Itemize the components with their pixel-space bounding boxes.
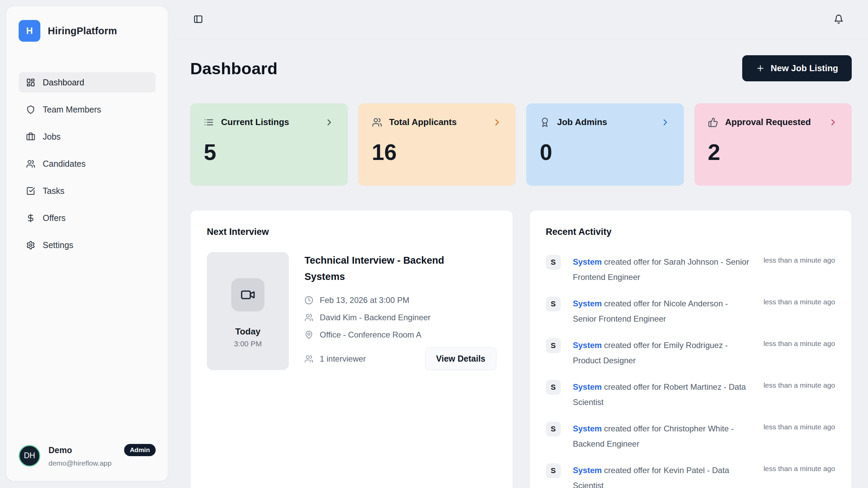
sidebar: H HiringPlatform Dashboard Team Members …	[6, 6, 168, 481]
avatar: DH	[19, 445, 40, 467]
activity-timestamp: less than a minute ago	[764, 379, 835, 410]
stat-card-total-applicants[interactable]: Total Applicants 16	[358, 103, 516, 186]
activity-actor-link[interactable]: System	[573, 466, 602, 475]
list-icon	[204, 117, 214, 127]
stat-label: Total Applicants	[389, 117, 485, 127]
sidebar-item-offers[interactable]: Offers	[19, 208, 156, 228]
shield-icon	[26, 105, 35, 114]
interview-date-tile: Today 3:00 PM	[207, 252, 289, 370]
stat-label: Current Listings	[221, 117, 317, 127]
topbar	[174, 0, 868, 38]
thumbs-up-icon	[708, 117, 718, 127]
sidebar-item-label: Team Members	[43, 105, 101, 115]
bell-icon	[834, 14, 844, 24]
square-check-icon	[26, 186, 35, 196]
sidebar-item-label: Dashboard	[43, 78, 84, 87]
recent-activity-title: Recent Activity	[546, 227, 835, 237]
sidebar-item-label: Candidates	[43, 159, 85, 169]
stat-value: 2	[708, 140, 839, 164]
activity-item: S System created offer for Nicole Anders…	[546, 296, 835, 326]
app-name: HiringPlatform	[48, 25, 117, 37]
activity-actor-link[interactable]: System	[573, 299, 602, 308]
activity-item: S System created offer for Christopher W…	[546, 421, 835, 451]
interview-datetime-row: Feb 13, 2026 at 3:00 PM	[304, 296, 496, 305]
interview-day-label: Today	[235, 326, 261, 337]
main-content: Dashboard New Job Listing Current Listin…	[174, 38, 868, 488]
role-badge: Admin	[124, 444, 156, 456]
activity-actor-link[interactable]: System	[573, 424, 602, 433]
avatar-initials: DH	[24, 451, 35, 460]
clock-icon	[304, 296, 313, 305]
view-details-button[interactable]: View Details	[425, 347, 496, 370]
map-pin-icon	[304, 330, 313, 339]
chevron-right-icon	[492, 117, 502, 127]
users-icon	[372, 117, 382, 127]
stat-cards: Current Listings 5 Total Applicants 16 J…	[190, 103, 852, 186]
activity-actor-link[interactable]: System	[573, 382, 602, 391]
sidebar-item-jobs[interactable]: Jobs	[19, 126, 156, 147]
video-camera-icon	[240, 287, 255, 302]
panel-left-icon	[193, 14, 203, 24]
brand[interactable]: H HiringPlatform	[19, 20, 156, 42]
activity-item: S System created offer for Robert Martin…	[546, 379, 835, 410]
sidebar-nav: Dashboard Team Members Jobs Candidates T…	[19, 72, 156, 262]
sidebar-item-dashboard[interactable]: Dashboard	[19, 72, 156, 93]
users-icon	[26, 159, 35, 168]
dollar-sign-icon	[26, 214, 35, 223]
interview-location-row: Office - Conference Room A	[304, 330, 496, 340]
stat-card-approval-requested[interactable]: Approval Requested 2	[694, 103, 852, 186]
sidebar-item-label: Settings	[43, 240, 73, 250]
plus-icon	[756, 64, 765, 73]
interview-time-label: 3:00 PM	[234, 340, 262, 348]
interview-candidate-row: David Kim - Backend Engineer	[304, 313, 496, 322]
recent-activity-panel: Recent Activity S System created offer f…	[529, 210, 852, 488]
gear-icon	[26, 241, 35, 250]
activity-timestamp: less than a minute ago	[764, 254, 835, 285]
interview-location: Office - Conference Room A	[320, 330, 421, 340]
activity-avatar: S	[546, 255, 561, 270]
stat-value: 5	[204, 140, 334, 164]
award-icon	[540, 117, 550, 127]
next-interview-panel: Next Interview Today 3:00 PM Technical I…	[190, 210, 513, 488]
activity-timestamp: less than a minute ago	[764, 296, 835, 326]
interviewer-count-row: 1 interviewer	[304, 354, 366, 364]
sidebar-item-label: Jobs	[43, 132, 61, 142]
activity-avatar: S	[546, 380, 561, 395]
app-logo: H	[19, 20, 40, 42]
interview-datetime: Feb 13, 2026 at 3:00 PM	[320, 296, 409, 305]
activity-item: S System created offer for Emily Rodrigu…	[546, 338, 835, 368]
sidebar-toggle-button[interactable]	[193, 14, 203, 24]
user-name: Demo	[48, 445, 72, 455]
video-icon-box	[231, 278, 264, 311]
new-job-listing-label: New Job Listing	[771, 63, 838, 74]
activity-timestamp: less than a minute ago	[764, 463, 835, 488]
activity-avatar: S	[546, 338, 561, 353]
users-icon	[304, 354, 313, 363]
interview-title: Technical Interview - Backend Systems	[304, 252, 467, 285]
user-menu[interactable]: DH Demo Admin demo@hireflow.app	[19, 444, 156, 467]
stat-value: 16	[372, 140, 502, 164]
user-email: demo@hireflow.app	[48, 459, 156, 467]
activity-avatar: S	[546, 297, 561, 311]
users-icon	[304, 313, 313, 322]
sidebar-item-label: Tasks	[43, 186, 64, 196]
activity-actor-link[interactable]: System	[573, 341, 602, 350]
sidebar-item-candidates[interactable]: Candidates	[19, 154, 156, 174]
activity-item: S System created offer for Kevin Patel -…	[546, 463, 835, 488]
activity-avatar: S	[546, 422, 561, 436]
chevron-right-icon	[660, 117, 670, 127]
sidebar-item-settings[interactable]: Settings	[19, 235, 156, 255]
new-job-listing-button[interactable]: New Job Listing	[742, 55, 852, 81]
sidebar-item-team-members[interactable]: Team Members	[19, 99, 156, 120]
stat-label: Job Admins	[557, 117, 653, 127]
stat-card-current-listings[interactable]: Current Listings 5	[190, 103, 348, 186]
stat-card-job-admins[interactable]: Job Admins 0	[526, 103, 684, 186]
notifications-button[interactable]	[834, 14, 844, 24]
page-title: Dashboard	[190, 59, 278, 78]
activity-timestamp: less than a minute ago	[764, 421, 835, 451]
activity-actor-link[interactable]: System	[573, 257, 602, 266]
activity-timestamp: less than a minute ago	[764, 338, 835, 368]
sidebar-item-tasks[interactable]: Tasks	[19, 181, 156, 201]
interview-candidate: David Kim - Backend Engineer	[320, 313, 431, 322]
next-interview-title: Next Interview	[207, 227, 496, 237]
